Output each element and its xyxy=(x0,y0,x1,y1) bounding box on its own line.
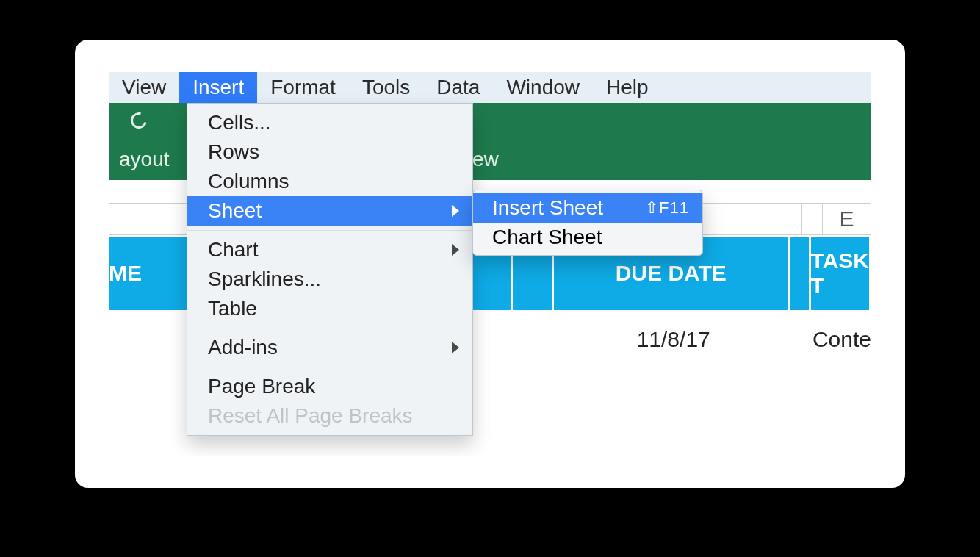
menu-insert[interactable]: Insert xyxy=(179,72,257,103)
shortcut-label: ⇧F11 xyxy=(645,198,689,218)
excel-window: ayout View E ME DUE DATE TASK T xyxy=(109,72,871,456)
menu-view[interactable]: View xyxy=(109,72,179,103)
sheet-submenu: Insert Sheet ⇧F11 Chart Sheet xyxy=(472,190,703,256)
menu-separator xyxy=(187,230,472,231)
cell-due-date[interactable]: 11/8/17 xyxy=(555,310,792,369)
screenshot-card: ayout View E ME DUE DATE TASK T xyxy=(75,40,905,488)
cell-task[interactable]: Conte xyxy=(813,310,871,369)
column-header-e[interactable]: E xyxy=(823,204,871,234)
menu-item-chart[interactable]: Chart xyxy=(187,235,472,265)
menu-item-page-break[interactable]: Page Break xyxy=(187,372,472,401)
menu-item-sparklines[interactable]: Sparklines... xyxy=(187,265,472,294)
menu-format[interactable]: Format xyxy=(257,72,349,103)
menu-bar: View Insert Format Tools Data Window Hel… xyxy=(109,72,871,103)
menu-tools[interactable]: Tools xyxy=(349,72,423,103)
menu-window[interactable]: Window xyxy=(493,72,593,103)
ribbon-tab-layout[interactable]: ayout xyxy=(109,148,180,171)
menu-separator xyxy=(187,367,472,367)
submenu-item-insert-sheet[interactable]: Insert Sheet ⇧F11 xyxy=(473,193,702,223)
insert-dropdown: Cells... Rows Columns Sheet Chart Sparkl… xyxy=(187,103,473,436)
menu-item-addins[interactable]: Add-ins xyxy=(187,333,472,362)
menu-item-sheet[interactable]: Sheet xyxy=(187,196,472,226)
undo-icon[interactable] xyxy=(128,109,150,132)
menu-item-rows[interactable]: Rows xyxy=(187,137,472,167)
menu-help[interactable]: Help xyxy=(593,72,662,103)
menu-separator xyxy=(187,328,472,328)
menu-item-columns[interactable]: Columns xyxy=(187,167,472,196)
chevron-right-icon xyxy=(452,244,459,256)
header-cell-task[interactable]: TASK T xyxy=(811,237,871,310)
menu-item-reset-page-breaks: Reset All Page Breaks xyxy=(187,401,472,431)
chevron-right-icon xyxy=(452,342,459,353)
menu-item-cells[interactable]: Cells... xyxy=(187,108,472,137)
menu-item-table[interactable]: Table xyxy=(187,294,472,323)
submenu-item-chart-sheet[interactable]: Chart Sheet xyxy=(473,223,702,252)
chevron-right-icon xyxy=(452,205,459,217)
menu-data[interactable]: Data xyxy=(423,72,493,103)
